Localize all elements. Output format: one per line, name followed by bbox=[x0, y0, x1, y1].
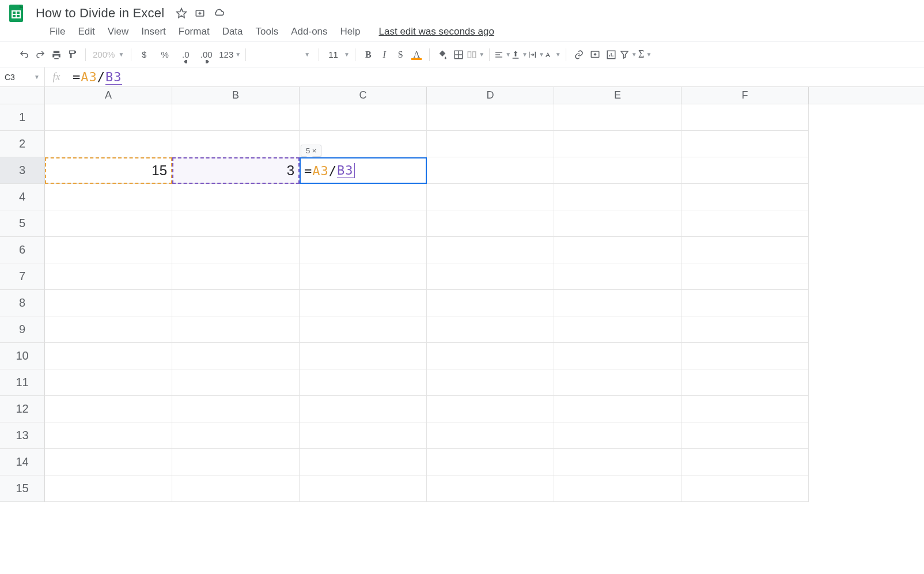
sheets-logo[interactable] bbox=[5, 2, 28, 25]
cloud-icon[interactable] bbox=[213, 7, 225, 19]
row-header-14[interactable]: 14 bbox=[0, 449, 45, 475]
cell-E11[interactable] bbox=[554, 369, 681, 396]
cell-A4[interactable] bbox=[45, 184, 172, 210]
cell-F3[interactable] bbox=[681, 157, 809, 184]
cell-C11[interactable] bbox=[300, 369, 427, 396]
paint-format-button[interactable] bbox=[65, 47, 81, 63]
cell-D5[interactable] bbox=[427, 210, 554, 237]
borders-button[interactable] bbox=[450, 47, 467, 63]
row-header-12[interactable]: 12 bbox=[0, 396, 45, 422]
cell-D1[interactable] bbox=[427, 104, 554, 131]
bold-button[interactable]: B bbox=[360, 47, 376, 63]
formula-input[interactable]: =A3/B3 bbox=[68, 70, 122, 85]
cell-D13[interactable] bbox=[427, 422, 554, 449]
cell-B1[interactable] bbox=[172, 104, 300, 131]
undo-button[interactable] bbox=[16, 47, 32, 63]
menu-view[interactable]: View bbox=[102, 24, 135, 40]
cell-E12[interactable] bbox=[554, 396, 681, 422]
menu-tools[interactable]: Tools bbox=[250, 24, 285, 40]
cell-A5[interactable] bbox=[45, 210, 172, 237]
cell-A14[interactable] bbox=[45, 449, 172, 475]
cell-F8[interactable] bbox=[681, 290, 809, 316]
cell-A3[interactable]: 15 bbox=[45, 157, 172, 184]
cell-D7[interactable] bbox=[427, 263, 554, 290]
cell-A10[interactable] bbox=[45, 343, 172, 369]
text-color-button[interactable]: A bbox=[408, 47, 425, 63]
cell-C1[interactable] bbox=[300, 104, 427, 131]
cell-B10[interactable] bbox=[172, 343, 300, 369]
functions-button[interactable]: Σ ▼ bbox=[637, 47, 653, 63]
cell-C3-editing[interactable]: =A3/B3 bbox=[300, 157, 427, 184]
document-title[interactable]: How to Divide in Excel bbox=[32, 5, 168, 22]
cell-E10[interactable] bbox=[554, 343, 681, 369]
cell-B14[interactable] bbox=[172, 449, 300, 475]
cell-F4[interactable] bbox=[681, 184, 809, 210]
italic-button[interactable]: I bbox=[376, 47, 392, 63]
cell-A13[interactable] bbox=[45, 422, 172, 449]
cell-E13[interactable] bbox=[554, 422, 681, 449]
vertical-align-button[interactable]: ▼ bbox=[511, 47, 528, 63]
cell-F14[interactable] bbox=[681, 449, 809, 475]
cell-B13[interactable] bbox=[172, 422, 300, 449]
cell-F7[interactable] bbox=[681, 263, 809, 290]
cell-D10[interactable] bbox=[427, 343, 554, 369]
cell-D15[interactable] bbox=[427, 475, 554, 502]
cell-A6[interactable] bbox=[45, 237, 172, 263]
cell-E15[interactable] bbox=[554, 475, 681, 502]
cell-C9[interactable] bbox=[300, 316, 427, 343]
fill-color-button[interactable] bbox=[434, 47, 450, 63]
row-header-8[interactable]: 8 bbox=[0, 290, 45, 316]
merge-cells-button[interactable]: ▼ bbox=[467, 47, 484, 63]
cell-D11[interactable] bbox=[427, 369, 554, 396]
print-button[interactable] bbox=[48, 47, 65, 63]
cell-D9[interactable] bbox=[427, 316, 554, 343]
cell-A2[interactable] bbox=[45, 131, 172, 157]
cell-F15[interactable] bbox=[681, 475, 809, 502]
cell-A9[interactable] bbox=[45, 316, 172, 343]
menu-edit[interactable]: Edit bbox=[72, 24, 100, 40]
cell-A11[interactable] bbox=[45, 369, 172, 396]
cell-E14[interactable] bbox=[554, 449, 681, 475]
cell-B3[interactable]: 3 bbox=[172, 157, 300, 184]
cell-C7[interactable] bbox=[300, 263, 427, 290]
cell-C8[interactable] bbox=[300, 290, 427, 316]
redo-button[interactable] bbox=[32, 47, 48, 63]
cell-E4[interactable] bbox=[554, 184, 681, 210]
cell-E6[interactable] bbox=[554, 237, 681, 263]
menu-help[interactable]: Help bbox=[335, 24, 366, 40]
cell-B15[interactable] bbox=[172, 475, 300, 502]
cell-F1[interactable] bbox=[681, 104, 809, 131]
move-icon[interactable] bbox=[194, 7, 206, 19]
cell-D8[interactable] bbox=[427, 290, 554, 316]
cell-B6[interactable] bbox=[172, 237, 300, 263]
zoom-select[interactable]: 200% ▼ bbox=[90, 50, 126, 59]
cell-D3[interactable] bbox=[427, 157, 554, 184]
spreadsheet-grid[interactable]: A B C D E F 123153456789101112131415 5 ×… bbox=[0, 87, 924, 502]
cell-A12[interactable] bbox=[45, 396, 172, 422]
menu-insert[interactable]: Insert bbox=[135, 24, 172, 40]
cell-A7[interactable] bbox=[45, 263, 172, 290]
cell-C10[interactable] bbox=[300, 343, 427, 369]
cell-B5[interactable] bbox=[172, 210, 300, 237]
row-header-6[interactable]: 6 bbox=[0, 237, 45, 263]
insert-link-button[interactable] bbox=[571, 47, 587, 63]
cell-D12[interactable] bbox=[427, 396, 554, 422]
cell-E7[interactable] bbox=[554, 263, 681, 290]
row-header-3[interactable]: 3 bbox=[0, 157, 45, 184]
row-header-2[interactable]: 2 bbox=[0, 131, 45, 157]
cell-D2[interactable] bbox=[427, 131, 554, 157]
column-header-A[interactable]: A bbox=[45, 87, 172, 104]
currency-button[interactable]: $ bbox=[136, 47, 152, 63]
cell-A15[interactable] bbox=[45, 475, 172, 502]
cell-A8[interactable] bbox=[45, 290, 172, 316]
name-box[interactable]: C3 ▼ bbox=[0, 67, 45, 86]
cell-E8[interactable] bbox=[554, 290, 681, 316]
row-header-7[interactable]: 7 bbox=[0, 263, 45, 290]
column-header-F[interactable]: F bbox=[681, 87, 809, 104]
cell-D4[interactable] bbox=[427, 184, 554, 210]
cell-F6[interactable] bbox=[681, 237, 809, 263]
cell-B12[interactable] bbox=[172, 396, 300, 422]
cell-F11[interactable] bbox=[681, 369, 809, 396]
menu-file[interactable]: File bbox=[44, 24, 71, 40]
cell-E9[interactable] bbox=[554, 316, 681, 343]
